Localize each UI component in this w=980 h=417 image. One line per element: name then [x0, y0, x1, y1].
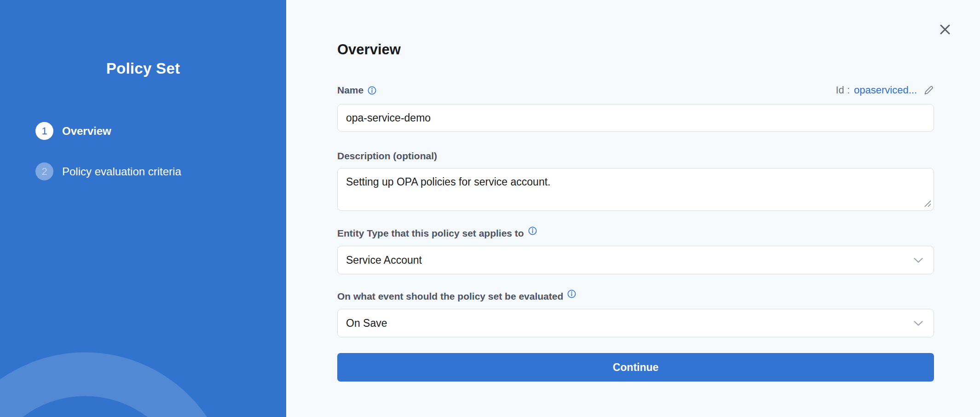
entity-type-select[interactable]: Service Account	[337, 246, 934, 274]
close-icon	[939, 23, 951, 35]
step-overview[interactable]: 1 Overview	[0, 122, 286, 140]
entity-type-label-group: Entity Type that this policy set applies…	[337, 228, 934, 239]
step-number-badge: 1	[35, 122, 53, 140]
description-label-group: Description (optional)	[337, 151, 934, 162]
entity-type-selected-value: Service Account	[346, 254, 422, 266]
chevron-down-icon	[913, 320, 923, 326]
id-prefix-label: Id :	[836, 84, 850, 96]
policy-set-wizard: Policy Set 1 Overview 2 Policy evaluatio…	[0, 0, 980, 417]
page-title: Overview	[337, 41, 934, 58]
name-id-row: Name Id : opaserviced...	[337, 84, 934, 96]
step-label: Policy evaluation criteria	[62, 165, 181, 178]
name-label-group: Name	[337, 85, 376, 96]
wizard-steps: 1 Overview 2 Policy evaluation criteria	[0, 122, 286, 180]
description-label: Description (optional)	[337, 151, 437, 162]
description-textarea-wrap: Setting up OPA policies for service acco…	[337, 168, 934, 211]
entity-type-label: Entity Type that this policy set applies…	[337, 228, 524, 239]
wizard-title: Policy Set	[0, 60, 286, 77]
evaluation-event-label: On what event should the policy set be e…	[337, 291, 563, 302]
overview-form-panel: Overview Name Id : opaserviced...	[286, 0, 980, 417]
id-row: Id : opaserviced...	[836, 84, 934, 96]
info-icon[interactable]	[528, 226, 537, 235]
step-number-badge: 2	[35, 162, 53, 180]
name-input[interactable]	[337, 104, 934, 132]
chevron-down-icon	[913, 257, 923, 263]
continue-button[interactable]: Continue	[337, 353, 934, 382]
close-button[interactable]	[938, 22, 952, 37]
name-label: Name	[337, 85, 363, 96]
info-icon[interactable]	[567, 290, 576, 298]
step-policy-evaluation-criteria[interactable]: 2 Policy evaluation criteria	[0, 162, 286, 180]
evaluation-event-selected-value: On Save	[346, 317, 387, 330]
form-content: Overview Name Id : opaserviced...	[337, 0, 934, 382]
info-icon[interactable]	[368, 86, 376, 95]
wizard-sidebar: Policy Set 1 Overview 2 Policy evaluatio…	[0, 0, 286, 417]
step-label: Overview	[62, 125, 111, 138]
pencil-icon[interactable]	[923, 85, 934, 96]
description-textarea[interactable]: Setting up OPA policies for service acco…	[337, 168, 934, 211]
id-value-link[interactable]: opaserviced...	[854, 84, 917, 96]
evaluation-event-label-group: On what event should the policy set be e…	[337, 291, 934, 302]
evaluation-event-select[interactable]: On Save	[337, 309, 934, 337]
